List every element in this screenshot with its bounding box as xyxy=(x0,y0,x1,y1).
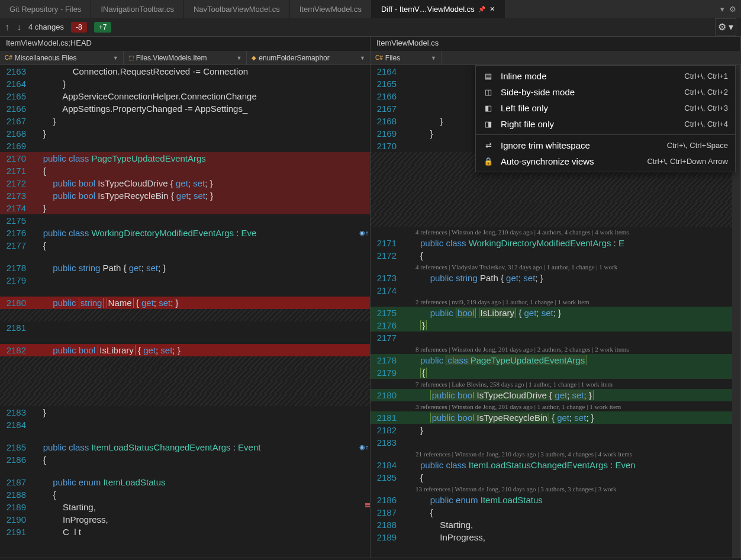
code-line[interactable]: 2182} xyxy=(370,424,740,436)
left-minimap[interactable] xyxy=(365,65,370,558)
code-line[interactable]: 2186 { xyxy=(0,453,370,466)
code-line[interactable]: 2171 { xyxy=(0,165,370,177)
settings-button[interactable]: ⚙ ▾ xyxy=(715,18,736,36)
code-line[interactable]: 2183 } xyxy=(0,406,370,419)
namespace-dropdown[interactable]: ⬚Files.ViewModels.Item▼ xyxy=(124,51,247,65)
menu-item[interactable]: ◫Side-by-side modeCtrl+\, Ctrl+2 xyxy=(476,84,735,100)
code-line[interactable]: 2191 C l t xyxy=(0,526,370,538)
code-line[interactable]: 2184public class ItemLoadStatusChangedEv… xyxy=(370,459,740,471)
menu-item[interactable]: ◨Right file onlyCtrl+\, Ctrl+4 xyxy=(476,116,735,132)
codelens[interactable]: 2 references | nvi9, 219 days ago | 1 au… xyxy=(370,297,740,307)
code-line[interactable]: 2165 AppServiceConnectionHelper.Connecti… xyxy=(0,90,370,102)
code-line[interactable]: 2169 xyxy=(0,140,370,152)
code-line[interactable] xyxy=(370,189,740,202)
menu-item[interactable]: ⇄Ignore trim whitespaceCtrl+\, Ctrl+Spac… xyxy=(476,137,735,153)
code-line[interactable]: 2172{ xyxy=(370,249,740,262)
tab-overflow-icon[interactable]: ▾ xyxy=(718,4,727,15)
code-line[interactable]: 2178 public string Path { get; set; } xyxy=(0,262,370,274)
code-line[interactable]: 2189 Starting, xyxy=(0,501,370,513)
code-line[interactable]: 2173 public bool IsTypeRecycleBin { get;… xyxy=(0,189,370,202)
document-tab[interactable]: Diff - ItemV…ViewModel.cs📌× xyxy=(372,0,505,18)
document-tabs: Git Repository - FilesINavigationToolbar… xyxy=(0,0,741,18)
menu-label: Inline mode xyxy=(501,71,677,81)
prev-change-button[interactable]: ↑ xyxy=(5,22,9,33)
code-line[interactable]: 2180 public string Name { get; set; } xyxy=(0,297,370,309)
code-line[interactable]: 2164 } xyxy=(0,78,370,90)
codelens[interactable]: 21 references | Winston de Jong, 210 day… xyxy=(370,449,740,459)
code-line[interactable]: 2170 public class PageTypeUpdatedEventAr… xyxy=(0,152,370,165)
code-line[interactable]: 2183 xyxy=(370,436,740,449)
code-line[interactable]: 2168 } xyxy=(0,127,370,140)
code-line[interactable]: 2184 xyxy=(0,419,370,431)
menu-item[interactable]: 🔒Auto-synchronize viewsCtrl+\, Ctrl+Down… xyxy=(476,153,735,169)
codelens[interactable]: 7 references | Luke Blevins, 258 days ag… xyxy=(370,379,740,389)
next-change-button[interactable]: ↓ xyxy=(17,22,21,33)
document-tab[interactable]: INavigationToolbar.cs xyxy=(91,0,184,18)
pin-icon[interactable]: 📌 xyxy=(478,6,485,12)
right-project-dropdown[interactable]: C#Files▼ xyxy=(370,51,442,65)
code-line[interactable]: 2187 { xyxy=(370,506,740,519)
code-line[interactable] xyxy=(0,381,370,394)
code-line[interactable]: 2181 xyxy=(0,321,370,334)
code-line[interactable] xyxy=(0,369,370,381)
project-dropdown[interactable]: C#Miscellaneous Files▼ xyxy=(0,51,124,65)
code-line[interactable]: 2176 public class WorkingDirectoryModifi… xyxy=(0,227,370,239)
member-dropdown[interactable]: ◆enumFolderSemaphor▼ xyxy=(247,51,370,65)
code-line[interactable] xyxy=(0,394,370,406)
code-line[interactable]: 2179 xyxy=(0,274,370,287)
code-line[interactable]: 2185 public class ItemLoadStatusChangedE… xyxy=(0,441,370,453)
code-content: { xyxy=(33,455,370,465)
code-line[interactable]: 2171public class WorkingDirectoryModifie… xyxy=(370,237,740,249)
code-line[interactable] xyxy=(370,202,740,214)
code-line[interactable]: 2182 public bool IsLibrary { get; set; } xyxy=(0,344,370,356)
code-line[interactable]: 2186 public enum ItemLoadStatus xyxy=(370,494,740,506)
code-line[interactable]: 2174 xyxy=(370,284,740,297)
code-line[interactable]: 2177 { xyxy=(0,239,370,252)
line-number: 2182 xyxy=(370,425,404,435)
close-tab-button[interactable]: × xyxy=(490,4,495,14)
codelens[interactable]: 4 references | Winston de Jong, 210 days… xyxy=(370,227,740,237)
code-line[interactable]: 2188 { xyxy=(0,488,370,501)
menu-shortcut: Ctrl+\, Ctrl+3 xyxy=(684,104,728,112)
tab-overflow-icon[interactable]: ⚙ xyxy=(727,4,739,15)
codelens[interactable]: 3 references | Winston de Jong, 201 days… xyxy=(370,401,740,411)
code-line[interactable] xyxy=(0,356,370,369)
menu-label: Auto-synchronize views xyxy=(501,156,640,166)
code-line[interactable]: 2173 public string Path { get; set; } xyxy=(370,272,740,284)
codelens[interactable]: 8 references | Winston de Jong, 201 days… xyxy=(370,344,740,354)
code-line[interactable]: 2187 public enum ItemLoadStatus xyxy=(0,476,370,488)
code-line[interactable]: 2167 } xyxy=(0,115,370,127)
code-line[interactable]: 2166 AppSettings.PropertyChanged -= AppS… xyxy=(0,102,370,115)
code-line[interactable]: 2177 xyxy=(370,332,740,344)
line-number: 2172 xyxy=(0,178,33,188)
left-editor[interactable]: 2163 Connection.RequestReceived -= Conne… xyxy=(0,65,370,558)
code-content: InProgress, xyxy=(420,532,740,542)
code-line[interactable]: 2175 public bool IsLibrary { get; set; } xyxy=(370,307,740,319)
code-line[interactable] xyxy=(370,177,740,189)
line-number: 2185 xyxy=(0,442,33,452)
codelens[interactable]: 13 references | Winston de Jong, 210 day… xyxy=(370,484,740,494)
code-line[interactable]: 2180 public bool IsTypeCloudDrive { get;… xyxy=(370,389,740,401)
menu-item[interactable]: ◧Left file onlyCtrl+\, Ctrl+3 xyxy=(476,100,735,116)
code-line[interactable]: 2179{ xyxy=(370,366,740,379)
codelens[interactable]: 4 references | Vladyslav Tsvietkov, 312 … xyxy=(370,262,740,272)
code-line[interactable]: 2190 InProgress, xyxy=(0,513,370,526)
code-line[interactable]: 2189 InProgress, xyxy=(370,531,740,543)
code-line[interactable]: 2174 } xyxy=(0,202,370,214)
line-number: 2180 xyxy=(0,298,33,308)
code-line[interactable] xyxy=(370,214,740,227)
code-line[interactable]: 2188 Starting, xyxy=(370,519,740,531)
code-line[interactable] xyxy=(0,309,370,321)
code-line[interactable]: 2185{ xyxy=(370,471,740,484)
code-line[interactable]: 2172 public bool IsTypeCloudDrive { get;… xyxy=(0,177,370,189)
document-tab[interactable]: Git Repository - Files xyxy=(0,0,91,18)
menu-item[interactable]: ▤Inline modeCtrl+\, Ctrl+1 xyxy=(476,68,735,84)
document-tab[interactable]: NavToolbarViewModel.cs xyxy=(184,0,290,18)
code-line[interactable]: 2178public class PageTypeUpdatedEventArg… xyxy=(370,354,740,366)
document-tab[interactable]: ItemViewModel.cs xyxy=(290,0,372,18)
code-line[interactable]: 2175 xyxy=(0,214,370,227)
code-line[interactable]: 2163 Connection.RequestReceived -= Conne… xyxy=(0,65,370,78)
code-line[interactable]: 2176} xyxy=(370,319,740,332)
right-editor[interactable]: 21642165216621672168 }2169 }21704 refere… xyxy=(370,65,741,558)
code-line[interactable]: 2181 public bool IsTypeRecycleBin { get;… xyxy=(370,411,740,424)
